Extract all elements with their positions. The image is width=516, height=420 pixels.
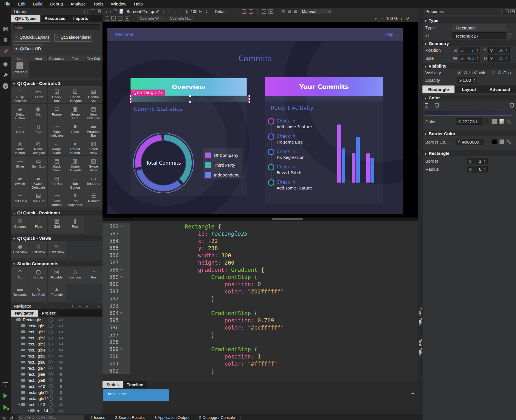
- reset-i-icon[interactable]: i: [118, 16, 122, 21]
- library-tile-tool-button[interactable]: ▭Tool Button: [48, 190, 66, 207]
- binding-dot-icon[interactable]: [461, 57, 463, 60]
- panel-spinner-icon[interactable]: [496, 10, 500, 13]
- states-tab-timeline[interactable]: Timeline: [123, 381, 147, 388]
- library-tile-spin-box[interactable]: ▭Spin Box: [29, 156, 48, 173]
- bounds-add-icon[interactable]: ▣: [269, 9, 273, 14]
- lock-icon[interactable]: [114, 11, 117, 13]
- eye-icon[interactable]: [59, 319, 63, 321]
- dashed-frame-icon[interactable]: ▣: [125, 16, 129, 21]
- style-selector[interactable]: Default: [215, 9, 228, 14]
- eye-icon[interactable]: [59, 379, 63, 382]
- navigator-item-rect-le10[interactable]: rect...le10: [11, 383, 103, 389]
- library-tile-flipable[interactable]: ⋈Flipable: [48, 267, 66, 284]
- library-tile-grid-view[interactable]: ▦Grid View: [11, 241, 29, 258]
- black-swatch[interactable]: [492, 139, 497, 144]
- library-tile-area[interactable]: Area: [29, 55, 48, 61]
- split-panel-icon[interactable]: +: [505, 10, 509, 13]
- canvas-zoom-spinner-icon[interactable]: [380, 17, 384, 20]
- library-tile-text-field[interactable]: ▭Text Field: [11, 190, 29, 207]
- solid-swatch[interactable]: [499, 139, 504, 144]
- export-icon[interactable]: [49, 384, 53, 389]
- resize-handle[interactable]: [248, 95, 250, 97]
- columns-view-icon[interactable]: ▥: [281, 9, 285, 14]
- move-left-icon[interactable]: ←: [78, 304, 81, 308]
- fold-icon[interactable]: ▾: [120, 268, 127, 272]
- export-icon[interactable]: [49, 342, 53, 346]
- eye-icon[interactable]: [59, 349, 63, 351]
- close-panel-icon[interactable]: ▣: [511, 10, 515, 13]
- output-pane-1-issues[interactable]: 1 Issues: [91, 415, 105, 420]
- library-tile-text-edit[interactable]: Text Edit: [84, 55, 103, 61]
- library-tile-item[interactable]: Item: [11, 55, 29, 61]
- split-panel-icon[interactable]: +: [91, 10, 95, 13]
- reset-x-icon[interactable]: x: [105, 16, 109, 21]
- section-visibility[interactable]: Visibility: [422, 63, 516, 69]
- y-spinbox[interactable]: 66: [488, 47, 510, 53]
- spin-arrows-icon[interactable]: [473, 79, 476, 82]
- back-icon[interactable]: ‹: [105, 9, 107, 14]
- library-tile-button[interactable]: ▭Button: [29, 86, 48, 103]
- library-tile-dial[interactable]: ◉Dial: [29, 104, 48, 121]
- library-tile-iso-icon[interactable]: ⚠Iso Icon: [66, 267, 84, 284]
- locator-input[interactable]: [23, 415, 78, 419]
- output-pane-2-search-results[interactable]: 2 Search Results: [115, 415, 145, 420]
- eye-icon[interactable]: [59, 397, 63, 400]
- library-tile-stack-view[interactable]: ▤Stack View: [48, 156, 66, 173]
- eye-icon[interactable]: [59, 391, 63, 394]
- export-icon[interactable]: [49, 324, 53, 328]
- export-icon[interactable]: [49, 408, 53, 413]
- add-import-qtquick-layouts[interactable]: QtQuick.Layouts: [13, 33, 51, 42]
- library-tile-busy-indicator[interactable]: ◌Busy Indicator: [11, 86, 29, 103]
- eye-icon[interactable]: [59, 373, 63, 376]
- output-pane-3-application-output[interactable]: 3 Application Output: [154, 415, 189, 420]
- export-icon[interactable]: [49, 354, 53, 358]
- eye-icon[interactable]: [59, 410, 63, 412]
- gradient-stop-handle[interactable]: [510, 103, 514, 107]
- spin-arrows-icon[interactable]: [505, 49, 508, 52]
- library-tile-range-slider[interactable]: ↔Range Slider: [48, 138, 66, 155]
- resize-handle[interactable]: [248, 101, 250, 103]
- design-mode-icon[interactable]: ✎: [0, 46, 11, 57]
- export-icon[interactable]: [49, 330, 53, 334]
- eye-icon[interactable]: [59, 361, 63, 363]
- library-tile-swipe-view[interactable]: ▥Swipe View: [84, 156, 103, 173]
- binding-dot-icon[interactable]: [461, 49, 463, 52]
- properties-tab-advanced[interactable]: Advanced: [483, 86, 516, 93]
- library-tile-page-indicator[interactable]: ⋯Page Indicator: [48, 121, 66, 138]
- canvas-zoom-spinner2-icon[interactable]: [400, 17, 403, 20]
- radius-spinbox[interactable]: 0: [467, 166, 488, 172]
- form-editor-tab[interactable]: Form Editor: [418, 307, 422, 328]
- solid-swatch[interactable]: [492, 119, 497, 124]
- filter-input[interactable]: [13, 24, 100, 30]
- library-tile-tumbler[interactable]: ☰Tumbler: [84, 190, 103, 207]
- navigator-tab-project[interactable]: Project: [38, 310, 59, 317]
- eye-icon[interactable]: [59, 331, 63, 333]
- override-width-button[interactable]: Override W...: [137, 16, 165, 21]
- library-tile-path-view[interactable]: ∿Path View: [48, 241, 66, 258]
- export-icon[interactable]: [49, 317, 53, 322]
- export-icon[interactable]: [49, 372, 53, 376]
- export-icon[interactable]: [49, 366, 53, 370]
- navigator-item-rectangle[interactable]: Rectangle: [11, 317, 103, 323]
- section-geometry[interactable]: Geometry: [422, 40, 516, 46]
- states-tab-states[interactable]: States: [103, 381, 123, 388]
- corner-icon[interactable]: ◺: [375, 16, 378, 21]
- projects-mode-icon[interactable]: [0, 70, 11, 80]
- border-width-spinbox[interactable]: 1: [467, 158, 488, 164]
- move-down-icon[interactable]: ↓: [92, 304, 94, 308]
- debug-mode-icon[interactable]: [0, 59, 11, 69]
- binding-dot-icon[interactable]: [458, 140, 461, 143]
- export-icon[interactable]: [49, 348, 53, 352]
- library-tile-arc[interactable]: ◠Arc: [11, 267, 29, 284]
- binding-dot-icon[interactable]: [469, 160, 472, 163]
- binding-dot-icon[interactable]: [490, 57, 493, 60]
- section-header-studio-components[interactable]: Studio Components: [11, 261, 103, 266]
- library-tile-flow[interactable]: ∷Flow: [29, 216, 48, 233]
- color-value-field[interactable]: 27273d: [457, 118, 483, 125]
- style-spinner-icon[interactable]: [230, 10, 234, 13]
- reset-a-icon[interactable]: a: [111, 16, 116, 21]
- add-import-qt-saferenderer[interactable]: Qt.SafeRenderer: [54, 33, 92, 42]
- section-header-qt-quick-positioner[interactable]: Qt Quick - Positioner: [11, 210, 103, 215]
- binding-dot-icon[interactable]: [469, 168, 472, 171]
- anchor-icon[interactable]: ⤢: [242, 9, 246, 14]
